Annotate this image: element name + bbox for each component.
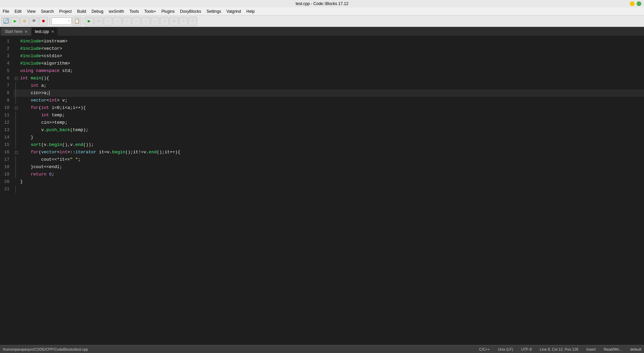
status-encoding: UTF-8 bbox=[521, 347, 532, 351]
minimize-btn[interactable] bbox=[630, 1, 635, 6]
toolbar-debug-run[interactable]: ▶ bbox=[85, 17, 94, 26]
code-line-6: 6 - int main(){ bbox=[0, 75, 644, 82]
menu-project[interactable]: Project bbox=[57, 7, 74, 15]
menu-view[interactable]: View bbox=[24, 7, 38, 15]
toolbar-debug-watch[interactable]: 👁 bbox=[188, 17, 197, 26]
fold-8 bbox=[13, 89, 19, 97]
line-content-9: vector<int> v; bbox=[19, 97, 644, 104]
menu-edit[interactable]: Edit bbox=[12, 7, 24, 15]
maximize-btn[interactable] bbox=[637, 1, 641, 6]
toolbar-debug-step2[interactable]: ↘ bbox=[141, 17, 150, 26]
status-eol: Unix (LF) bbox=[498, 347, 513, 351]
menu-file[interactable]: File bbox=[0, 7, 12, 15]
toolbar-dropdown[interactable]: ▼ bbox=[51, 17, 72, 25]
tab-start-here-close[interactable]: ✕ bbox=[25, 30, 28, 34]
menu-valgrind[interactable]: Valgrind bbox=[224, 7, 244, 15]
toolbar-debug-info[interactable]: ℹ bbox=[179, 17, 188, 26]
menu-search[interactable]: Search bbox=[38, 7, 57, 15]
tab-test-cpp[interactable]: test.cpp ✕ bbox=[32, 28, 58, 36]
line-content-19: return 0; bbox=[19, 171, 644, 178]
line-num-21: 21 bbox=[0, 186, 13, 193]
menu-tools-plus[interactable]: Tools+ bbox=[142, 7, 159, 15]
code-container[interactable]: 1 #include<iostream> 2 #include<vector> … bbox=[0, 36, 644, 345]
line-num-20: 20 bbox=[0, 178, 13, 186]
tab-start-here-label: Start here bbox=[5, 29, 23, 34]
line-content-4: #include<algorithm> bbox=[19, 60, 644, 67]
toolbar-debug-pause[interactable]: ⏸ bbox=[160, 17, 169, 26]
line-content-11: int temp; bbox=[19, 112, 644, 119]
line-content-18: }cout<<endl; bbox=[19, 163, 644, 171]
toolbar-stop-btn[interactable]: 👁 bbox=[30, 17, 38, 26]
menu-settings[interactable]: Settings bbox=[204, 7, 224, 15]
line-content-15: sort(v.begin(),v.end()); bbox=[19, 141, 644, 149]
toolbar-debug-stop2[interactable]: ⏹ bbox=[170, 17, 178, 26]
menu-tools[interactable]: Tools bbox=[127, 7, 142, 15]
code-line-17: 17 cout<<*it<<" "; bbox=[0, 156, 644, 163]
code-line-19: 19 return 0; bbox=[0, 171, 644, 178]
code-line-14: 14 } bbox=[0, 134, 644, 141]
toolbar-run-btn[interactable]: ▶ bbox=[11, 17, 20, 26]
line-content-3: #include<cstdio> bbox=[19, 52, 644, 60]
line-content-14: } bbox=[19, 134, 644, 141]
line-num-13: 13 bbox=[0, 126, 13, 134]
code-line-1: 1 #include<iostream> bbox=[0, 38, 644, 45]
fold-21 bbox=[13, 186, 19, 193]
toolbar-build-btn[interactable]: ⚙ bbox=[20, 17, 29, 26]
toolbar-debug-out[interactable]: ↪ bbox=[122, 17, 131, 26]
menu-wxsmith[interactable]: wxSmith bbox=[106, 7, 127, 15]
line-num-4: 4 bbox=[0, 60, 13, 67]
toolbar: 🔄 ▶ ⚙ 👁 ■ ▼ 📋 ▶ ⏹ ↷ ↩ ↪ ↷ ↘ ↙ ⏸ ⏹ ℹ 👁 bbox=[0, 15, 644, 27]
fold-16[interactable]: - bbox=[13, 149, 19, 156]
title-text: test.cpp - Code::Blocks 17.12 bbox=[296, 1, 349, 6]
fold-13 bbox=[13, 126, 19, 134]
toolbar-debug-stop[interactable]: ⏹ bbox=[94, 17, 103, 26]
line-content-12: cin>>temp; bbox=[19, 119, 644, 126]
toolbar-abort-btn[interactable]: ■ bbox=[39, 17, 48, 26]
line-num-5: 5 bbox=[0, 67, 13, 75]
fold-15 bbox=[13, 141, 19, 149]
code-line-3: 3 #include<cstdio> bbox=[0, 52, 644, 60]
titlebar: test.cpp - Code::Blocks 17.12 bbox=[0, 0, 644, 7]
toolbar-new-btn[interactable]: 🔄 bbox=[1, 17, 10, 26]
code-editor[interactable]: 1 #include<iostream> 2 #include<vector> … bbox=[0, 36, 644, 345]
line-content-13: v.push_back(temp); bbox=[19, 126, 644, 134]
toolbar-debug-step3[interactable]: ↙ bbox=[151, 17, 159, 26]
code-line-13: 13 v.push_back(temp); bbox=[0, 126, 644, 134]
menu-doxyblocks[interactable]: DoxyBlocks bbox=[177, 7, 204, 15]
toolbar-debug-step[interactable]: ↩ bbox=[113, 17, 122, 26]
line-num-8: 8 bbox=[0, 89, 13, 97]
window-controls bbox=[630, 1, 641, 6]
line-content-20: } bbox=[19, 178, 644, 186]
fold-14 bbox=[13, 134, 19, 141]
code-line-9: 9 vector<int> v; bbox=[0, 97, 644, 104]
status-position: Line 8, Col 12, Pos 128 bbox=[540, 347, 578, 351]
line-num-11: 11 bbox=[0, 112, 13, 119]
line-num-6: 6 bbox=[0, 75, 13, 82]
code-line-20: 20 } bbox=[0, 178, 644, 186]
toolbar-debug-next2[interactable]: ↷ bbox=[132, 17, 141, 26]
fold-20 bbox=[13, 178, 19, 186]
line-content-1: #include<iostream> bbox=[19, 38, 644, 45]
toolbar-debug-next[interactable]: ↷ bbox=[104, 17, 112, 26]
code-line-8: 8 cin>>a; bbox=[0, 89, 644, 97]
tab-test-cpp-close[interactable]: ✕ bbox=[51, 30, 54, 34]
line-num-2: 2 bbox=[0, 45, 13, 52]
toolbar-copy-btn[interactable]: 📋 bbox=[72, 17, 81, 26]
menu-help[interactable]: Help bbox=[244, 7, 257, 15]
fold-11 bbox=[13, 112, 19, 119]
code-line-7: 7 int a; bbox=[0, 82, 644, 89]
menu-plugins[interactable]: Plugins bbox=[159, 7, 177, 15]
tab-start-here[interactable]: Start here ✕ bbox=[1, 28, 31, 36]
line-content-8: cin>>a; bbox=[19, 89, 644, 97]
menubar: File Edit View Search Project Build Debu… bbox=[0, 7, 644, 15]
line-num-15: 15 bbox=[0, 141, 13, 149]
line-num-9: 9 bbox=[0, 97, 13, 104]
fold-17 bbox=[13, 156, 19, 163]
line-content-10: for(int i=0;i<a;i++){ bbox=[19, 104, 644, 112]
line-content-7: int a; bbox=[19, 82, 644, 89]
fold-19 bbox=[13, 171, 19, 178]
fold-6[interactable]: - bbox=[13, 75, 19, 82]
menu-debug[interactable]: Debug bbox=[89, 7, 106, 15]
menu-build[interactable]: Build bbox=[74, 7, 89, 15]
fold-10[interactable]: - bbox=[13, 104, 19, 112]
